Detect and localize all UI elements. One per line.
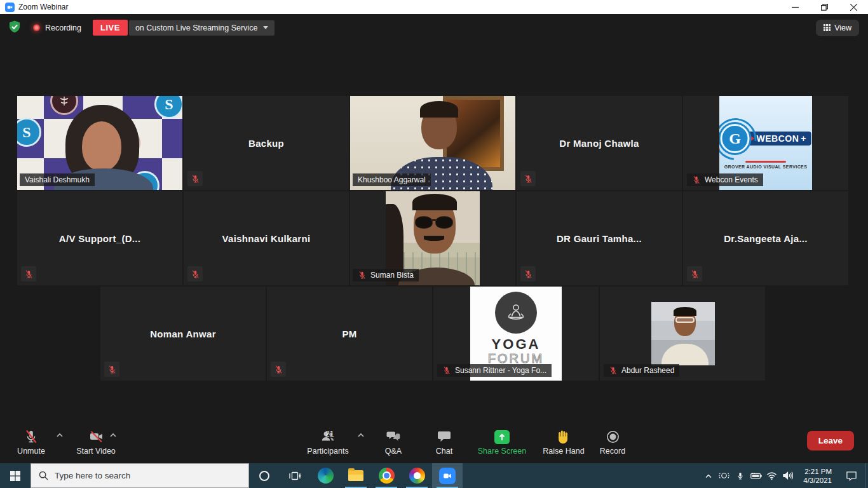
tray-expand-chevron[interactable] bbox=[700, 463, 716, 488]
raise-hand-icon bbox=[557, 428, 571, 444]
live-badge: LIVE bbox=[93, 20, 128, 36]
qa-icon bbox=[385, 428, 402, 444]
qa-button[interactable]: Q&A bbox=[379, 428, 408, 456]
qa-label: Q&A bbox=[385, 447, 402, 456]
backdrop-logo: S bbox=[17, 118, 41, 147]
cortana-button[interactable] bbox=[249, 463, 280, 488]
tile-dr-gauri-tamha[interactable]: DR Gauri Tamha... bbox=[517, 191, 682, 285]
microphone-in-use-icon[interactable] bbox=[732, 463, 748, 488]
tile-pm[interactable]: PM bbox=[267, 287, 432, 381]
chat-button[interactable]: Chat bbox=[431, 428, 458, 456]
search-icon bbox=[39, 471, 48, 480]
task-view-button[interactable] bbox=[280, 463, 310, 488]
security-shield-icon[interactable] bbox=[8, 20, 22, 36]
taskbar-clock[interactable]: 2:21 PM 4/3/2021 bbox=[796, 467, 838, 485]
meeting-toolbar-top: Recording LIVE on Custom Live Streaming … bbox=[0, 14, 868, 41]
start-button[interactable] bbox=[0, 463, 31, 488]
participants-chevron[interactable] bbox=[357, 429, 365, 440]
tile-abdur-rasheed[interactable]: Abdur Rasheed bbox=[600, 287, 765, 381]
tile-susann-rittner[interactable]: YOGA FORUM Susann Rittner - Yoga Fo... bbox=[433, 287, 599, 381]
tile-webcon-events[interactable]: G WEBCON + GROVER AUDIO VISUAL SERVICES bbox=[683, 96, 848, 190]
file-explorer-icon[interactable] bbox=[341, 463, 371, 488]
window-title: Zoom Webinar bbox=[18, 3, 68, 11]
yoga-title: YOGA bbox=[492, 336, 541, 353]
close-button[interactable] bbox=[839, 0, 868, 14]
record-button[interactable]: Record bbox=[596, 428, 629, 456]
camera-in-use-icon[interactable] bbox=[716, 463, 732, 488]
muted-mic-icon bbox=[187, 171, 203, 186]
participant-name: PM bbox=[267, 287, 432, 381]
chat-label: Chat bbox=[436, 447, 452, 456]
record-label: Record bbox=[600, 447, 625, 456]
zoom-webinar-window: Zoom Webinar Recording LIVE on Custom Li… bbox=[0, 0, 868, 488]
name-tag: Webcon Events bbox=[687, 173, 763, 186]
video-feed bbox=[651, 302, 715, 365]
tile-av-support[interactable]: A/V Support_(D... bbox=[17, 191, 182, 285]
backdrop-logo: S bbox=[154, 96, 182, 119]
zoom-taskbar-icon[interactable] bbox=[432, 463, 463, 488]
webcon-logo: G WEBCON + bbox=[721, 124, 811, 153]
participant-name: Noman Anwar bbox=[100, 287, 266, 381]
participant-name: Vaishnavi Kulkarni bbox=[184, 191, 349, 285]
video-options-chevron[interactable] bbox=[109, 429, 117, 440]
name-tag: Susann Rittner - Yoga Fo... bbox=[437, 364, 552, 377]
participant-name: Susann Rittner - Yoga Fo... bbox=[455, 366, 546, 375]
participant-name: Suman Bista bbox=[370, 271, 414, 280]
share-screen-button[interactable]: Share Screen bbox=[475, 428, 529, 456]
muted-mic-icon bbox=[187, 266, 203, 281]
unmute-options-chevron[interactable] bbox=[56, 429, 64, 440]
mic-off-icon bbox=[24, 428, 39, 444]
participants-count: 21 bbox=[325, 430, 334, 438]
colorful-app-icon[interactable] bbox=[402, 463, 432, 488]
tile-noman-anwar[interactable]: Noman Anwar bbox=[100, 287, 266, 381]
share-screen-label: Share Screen bbox=[478, 447, 526, 456]
tile-backup[interactable]: Backup bbox=[184, 96, 349, 190]
action-center-icon[interactable] bbox=[838, 463, 865, 488]
minimize-button[interactable] bbox=[780, 0, 810, 14]
participant-name: Backup bbox=[184, 96, 349, 190]
tile-dr-sangeeta-aja[interactable]: Dr.Sangeeta Aja... bbox=[683, 191, 848, 285]
start-video-label: Start Video bbox=[76, 447, 116, 456]
participant-name: Dr Manoj Chawla bbox=[517, 96, 682, 190]
tile-suman-bista[interactable]: Suman Bista bbox=[350, 191, 515, 285]
stream-service-dropdown[interactable]: on Custom Live Streaming Service bbox=[129, 20, 275, 36]
video-off-icon bbox=[88, 428, 104, 444]
show-desktop-button[interactable] bbox=[865, 463, 868, 488]
view-button[interactable]: View bbox=[816, 20, 859, 36]
participant-name: Khushboo Aggarwal bbox=[358, 175, 426, 184]
meeting-toolbar-bottom: Unmute Start Video Participants 21 bbox=[0, 421, 868, 463]
stream-service-label: on Custom Live Streaming Service bbox=[135, 24, 257, 32]
windows-taskbar: Type here to search bbox=[0, 463, 868, 488]
wifi-icon[interactable] bbox=[764, 463, 780, 488]
gallery-view: S S S Vaishali Deshmukh Backup bbox=[0, 41, 868, 421]
name-tag: Abdur Rasheed bbox=[604, 364, 679, 377]
leave-button[interactable]: Leave bbox=[807, 431, 854, 451]
tile-khushboo-aggarwal[interactable]: Khushboo Aggarwal bbox=[350, 96, 515, 190]
recording-indicator: Recording bbox=[33, 24, 81, 32]
muted-mic-icon bbox=[271, 362, 286, 377]
participant-name: A/V Support_(D... bbox=[17, 191, 182, 285]
tile-vaishali-deshmukh[interactable]: S S S Vaishali Deshmukh bbox=[17, 96, 182, 190]
raise-hand-button[interactable]: Raise Hand bbox=[541, 428, 586, 456]
chrome-icon[interactable] bbox=[371, 463, 402, 488]
muted-mic-icon bbox=[21, 266, 36, 281]
unmute-button[interactable]: Unmute bbox=[11, 428, 51, 456]
yoga-forum-logo bbox=[495, 292, 537, 334]
zoom-app-icon bbox=[5, 3, 15, 12]
taskbar-search-input[interactable]: Type here to search bbox=[31, 463, 249, 488]
name-tag: Suman Bista bbox=[353, 269, 419, 281]
tile-vaishnavi-kulkarni[interactable]: Vaishnavi Kulkarni bbox=[184, 191, 349, 285]
participants-label: Participants bbox=[307, 447, 348, 456]
edge-icon[interactable] bbox=[310, 463, 341, 488]
share-screen-icon bbox=[494, 428, 510, 444]
muted-mic-icon bbox=[104, 362, 119, 377]
restore-button[interactable] bbox=[810, 0, 839, 14]
battery-charging-icon[interactable] bbox=[748, 463, 764, 488]
participants-button[interactable]: Participants 21 bbox=[304, 428, 352, 456]
participant-name: Vaishali Deshmukh bbox=[25, 175, 90, 184]
record-icon bbox=[606, 428, 620, 444]
volume-icon[interactable] bbox=[780, 463, 796, 488]
tile-dr-manoj-chawla[interactable]: Dr Manoj Chawla bbox=[517, 96, 682, 190]
name-tag: Khushboo Aggarwal bbox=[353, 173, 431, 186]
search-placeholder: Type here to search bbox=[55, 471, 130, 480]
